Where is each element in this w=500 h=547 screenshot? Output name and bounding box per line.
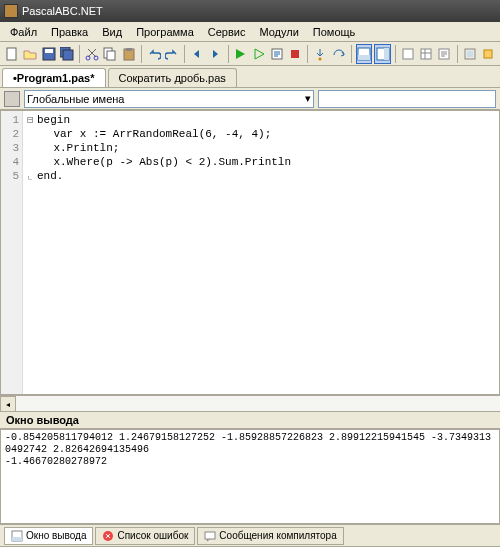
svg-rect-8 bbox=[107, 51, 115, 60]
toggle-output-icon[interactable] bbox=[356, 44, 373, 64]
tab-label: Список ошибок bbox=[117, 530, 188, 541]
compile-icon[interactable] bbox=[269, 44, 285, 64]
output-content[interactable]: -0.854205811794012 1.24679158127252 -1.8… bbox=[0, 429, 500, 524]
open-file-icon[interactable] bbox=[22, 44, 38, 64]
properties-icon[interactable] bbox=[418, 44, 434, 64]
toggle-panel-icon[interactable] bbox=[374, 44, 391, 64]
scope-search-input[interactable] bbox=[318, 90, 496, 108]
cut-icon[interactable] bbox=[84, 44, 100, 64]
svg-rect-12 bbox=[291, 50, 299, 58]
svg-rect-4 bbox=[63, 50, 73, 60]
chevron-down-icon: ▾ bbox=[305, 92, 311, 105]
svg-rect-18 bbox=[403, 49, 413, 59]
svg-rect-23 bbox=[484, 50, 492, 58]
copy-icon[interactable] bbox=[102, 44, 118, 64]
stop-icon[interactable] bbox=[287, 44, 303, 64]
menu-edit[interactable]: Правка bbox=[45, 24, 94, 40]
output-tab-errors[interactable]: Список ошибок bbox=[95, 527, 195, 545]
messages-icon bbox=[204, 530, 216, 542]
horizontal-scrollbar[interactable]: ◂ bbox=[0, 395, 500, 411]
code-line: begin bbox=[37, 114, 70, 126]
output-tab-compiler[interactable]: Сообщения компилятора bbox=[197, 527, 343, 545]
tab-label: Сократить дробь.pas bbox=[119, 72, 226, 84]
form-designer-icon[interactable] bbox=[400, 44, 416, 64]
separator bbox=[395, 45, 396, 63]
svg-rect-2 bbox=[45, 49, 53, 53]
line-number: 1 bbox=[1, 113, 19, 127]
svg-rect-15 bbox=[358, 55, 370, 60]
svg-rect-19 bbox=[421, 49, 431, 59]
svg-rect-10 bbox=[126, 48, 132, 51]
line-gutter: 1 2 3 4 5 bbox=[1, 111, 23, 394]
svg-rect-0 bbox=[7, 48, 16, 60]
save-icon[interactable] bbox=[41, 44, 57, 64]
step-into-icon[interactable] bbox=[312, 44, 328, 64]
app-icon bbox=[4, 4, 18, 18]
tab-fraction[interactable]: Сократить дробь.pas bbox=[108, 68, 237, 87]
separator bbox=[307, 45, 308, 63]
tab-label: Окно вывода bbox=[26, 530, 86, 541]
separator bbox=[228, 45, 229, 63]
separator bbox=[184, 45, 185, 63]
run-no-debug-icon[interactable] bbox=[251, 44, 267, 64]
save-all-icon[interactable] bbox=[59, 44, 75, 64]
menu-view[interactable]: Вид bbox=[96, 24, 128, 40]
title-bar: PascalABC.NET bbox=[0, 0, 500, 22]
separator bbox=[141, 45, 142, 63]
svg-rect-25 bbox=[12, 537, 22, 541]
scroll-track[interactable] bbox=[16, 396, 500, 411]
scope-bar: Глобальные имена ▾ bbox=[0, 88, 500, 110]
scope-dropdown[interactable]: Глобальные имена ▾ bbox=[24, 90, 314, 108]
run-icon[interactable] bbox=[232, 44, 248, 64]
undo-icon[interactable] bbox=[146, 44, 162, 64]
output-header: Окно вывода bbox=[0, 411, 500, 429]
output-tabs: Окно вывода Список ошибок Сообщения комп… bbox=[0, 524, 500, 546]
scope-icon[interactable] bbox=[4, 91, 20, 107]
separator bbox=[457, 45, 458, 63]
code-line: end. bbox=[37, 170, 63, 182]
output-icon bbox=[11, 530, 23, 542]
menu-modules[interactable]: Модули bbox=[253, 24, 304, 40]
line-number: 3 bbox=[1, 141, 19, 155]
paste-icon[interactable] bbox=[121, 44, 137, 64]
menu-file[interactable]: Файл bbox=[4, 24, 43, 40]
editor-tabs: •Program1.pas* Сократить дробь.pas bbox=[0, 66, 500, 88]
line-number: 2 bbox=[1, 127, 19, 141]
code-line: x.Println; bbox=[40, 142, 119, 154]
scroll-left-icon[interactable]: ◂ bbox=[0, 396, 16, 412]
output-tab-output[interactable]: Окно вывода bbox=[4, 527, 93, 545]
new-file-icon[interactable] bbox=[4, 44, 20, 64]
scope-label: Глобальные имена bbox=[27, 93, 125, 105]
tab-label: Сообщения компилятора bbox=[219, 530, 336, 541]
menu-service[interactable]: Сервис bbox=[202, 24, 252, 40]
separator bbox=[351, 45, 352, 63]
code-view-icon[interactable] bbox=[436, 44, 452, 64]
errors-icon bbox=[102, 530, 114, 542]
toolbar bbox=[0, 42, 500, 66]
svg-rect-22 bbox=[467, 51, 473, 57]
code-line: var x := ArrRandomReal(6, -4, 4); bbox=[40, 128, 271, 140]
settings-icon[interactable] bbox=[461, 44, 477, 64]
step-over-icon[interactable] bbox=[331, 44, 347, 64]
nav-back-icon[interactable] bbox=[189, 44, 205, 64]
code-editor[interactable]: 1 2 3 4 5 ⊟begin var x := ArrRandomReal(… bbox=[0, 110, 500, 395]
menu-help[interactable]: Помощь bbox=[307, 24, 362, 40]
intellisense-icon[interactable] bbox=[480, 44, 496, 64]
code-line: x.Where(p -> Abs(p) < 2).Sum.Println bbox=[40, 156, 291, 168]
separator bbox=[79, 45, 80, 63]
line-number: 5 bbox=[1, 169, 19, 183]
line-number: 4 bbox=[1, 155, 19, 169]
redo-icon[interactable] bbox=[164, 44, 180, 64]
svg-rect-17 bbox=[384, 48, 389, 60]
menu-program[interactable]: Программа bbox=[130, 24, 200, 40]
output-title: Окно вывода bbox=[6, 414, 79, 426]
code-content[interactable]: ⊟begin var x := ArrRandomReal(6, -4, 4);… bbox=[23, 111, 499, 394]
tab-program1[interactable]: •Program1.pas* bbox=[2, 68, 106, 87]
tab-label: •Program1.pas* bbox=[13, 72, 95, 84]
svg-point-13 bbox=[319, 57, 322, 60]
menu-bar: Файл Правка Вид Программа Сервис Модули … bbox=[0, 22, 500, 42]
svg-rect-27 bbox=[205, 532, 215, 539]
nav-forward-icon[interactable] bbox=[207, 44, 223, 64]
window-title: PascalABC.NET bbox=[22, 5, 103, 17]
